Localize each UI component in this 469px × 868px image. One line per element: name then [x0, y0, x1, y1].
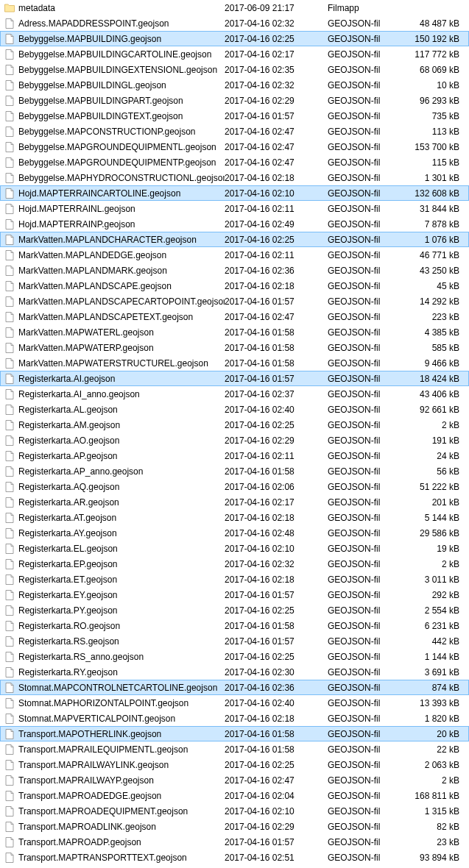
file-size: 292 kB [401, 590, 465, 600]
file-row[interactable]: Registerkarta.RY.geojson2017-04-16 02:30… [0, 664, 469, 680]
file-date: 2017-04-16 01:58 [225, 343, 328, 353]
file-row[interactable]: Bebyggelse.MAPHYDROCONSTRUCTIONL.geojson… [0, 170, 469, 185]
file-type: GEOJSON-fil [328, 482, 401, 492]
file-row[interactable]: Registerkarta.AI.geojson2017-04-16 01:57… [0, 371, 469, 386]
file-row[interactable]: Transport.MAPROADP.geojson2017-04-16 01:… [0, 834, 469, 850]
file-name: Transport.MAPROADEDGE.geojson [18, 791, 161, 801]
file-date: 2017-04-16 01:58 [225, 466, 328, 477]
file-row[interactable]: Bebyggelse.MAPGROUNDEQUIPMENTP.geojson20… [0, 154, 469, 170]
file-row[interactable]: Registerkarta.RS.geojson2017-04-16 01:57… [0, 633, 469, 649]
file-icon [4, 497, 15, 508]
file-type: GEOJSON-fil [328, 775, 401, 786]
file-row[interactable]: Registerkarta.AM.geojson2017-04-16 02:25… [0, 417, 469, 433]
file-icon [4, 744, 15, 755]
file-row[interactable]: Transport.MAPRAILWAYP.geojson2017-04-16 … [0, 772, 469, 788]
file-row[interactable]: MarkVatten.MAPLANDMARK.geojson2017-04-16… [0, 263, 469, 278]
file-date: 2017-04-16 01:58 [225, 621, 328, 631]
file-row[interactable]: Bebyggelse.MAPGROUNDEQUIPMENTL.geojson20… [0, 139, 469, 154]
file-type: GEOJSON-fil [328, 250, 401, 260]
file-row[interactable]: Transport.MAPROADLINK.geojson2017-04-16 … [0, 819, 469, 834]
file-row[interactable]: Bebyggelse.MAPBUILDINGPART.geojson2017-0… [0, 93, 469, 108]
file-row[interactable]: Bebyggelse.MAPBUILDINGCARTOLINE.geojson2… [0, 46, 469, 62]
file-row[interactable]: Registerkarta.AR.geojson2017-04-16 02:17… [0, 494, 469, 510]
file-size: 1 301 kB [401, 173, 465, 183]
file-row[interactable]: Registerkarta.AT.geojson2017-04-16 02:18… [0, 510, 469, 525]
file-name: Bebyggelse.MAPBUILDINGL.geojson [18, 80, 166, 90]
file-name: Registerkarta.EY.geojson [18, 590, 118, 600]
file-type: GEOJSON-fil [328, 142, 401, 152]
file-row[interactable]: MarkVatten.MAPWATERL.geojson2017-04-16 0… [0, 324, 469, 340]
file-type: GEOJSON-fil [328, 235, 401, 245]
file-row[interactable]: Transport.MAPRAILWAYLINK.geojson2017-04-… [0, 757, 469, 772]
file-name: Registerkarta.RO.geojson [18, 621, 120, 631]
file-row[interactable]: Hojd.MAPTERRAINCARTOLINE.geojson2017-04-… [0, 185, 469, 201]
file-date: 2017-04-16 02:47 [225, 127, 328, 137]
file-row[interactable]: MarkVatten.MAPWATERSTRUCTUREL.geojson201… [0, 355, 469, 371]
file-type: GEOJSON-fil [328, 621, 401, 631]
file-date: 2017-06-09 21:17 [225, 3, 328, 13]
file-row[interactable]: Registerkarta.AL.geojson2017-04-16 02:40… [0, 402, 469, 417]
file-type: GEOJSON-fil [328, 513, 401, 523]
file-row[interactable]: Hojd.MAPTERRAINP.geojson2017-04-16 02:49… [0, 216, 469, 232]
file-date: 2017-04-16 02:32 [225, 559, 328, 569]
file-size: 2 kB [401, 559, 465, 569]
file-row[interactable]: Registerkarta.RS_anno.geojson2017-04-16 … [0, 649, 469, 664]
file-size: 4 385 kB [401, 327, 465, 338]
file-row[interactable]: Bebyggelse.MAPBUILDING.geojson2017-04-16… [0, 31, 469, 46]
file-row[interactable]: Registerkarta.EY.geojson2017-04-16 01:57… [0, 587, 469, 602]
file-name: MarkVatten.MAPLANDMARK.geojson [18, 266, 167, 276]
file-row[interactable]: Registerkarta.AI_anno.geojson2017-04-16 … [0, 386, 469, 402]
file-row[interactable]: Transport.MAPOTHERLINK.geojson2017-04-16… [0, 726, 469, 741]
file-icon [4, 404, 15, 416]
file-row[interactable]: Registerkarta.AP.geojson2017-04-16 02:11… [0, 448, 469, 463]
file-row[interactable]: MarkVatten.MAPLANDEDGE.geojson2017-04-16… [0, 247, 469, 263]
file-type: GEOJSON-fil [328, 204, 401, 214]
file-row[interactable]: Hojd.MAPTERRAINL.geojson2017-04-16 02:11… [0, 201, 469, 216]
file-type: GEOJSON-fil [328, 435, 401, 446]
file-row[interactable]: Registerkarta.EP.geojson2017-04-16 02:32… [0, 556, 469, 572]
file-row[interactable]: MarkVatten.MAPLANDSCAPECARTOPOINT.geojso… [0, 294, 469, 309]
file-row[interactable]: Registerkarta.RO.geojson2017-04-16 01:58… [0, 618, 469, 633]
file-row[interactable]: Registerkarta.AQ.geojson2017-04-16 02:06… [0, 479, 469, 494]
file-row[interactable]: Registerkarta.EL.geojson2017-04-16 02:10… [0, 541, 469, 556]
file-date: 2017-04-16 01:57 [225, 590, 328, 600]
file-row[interactable]: Bebyggelse.MAPCONSTRUCTIONP.geojson2017-… [0, 124, 469, 139]
file-icon [4, 79, 15, 91]
file-row[interactable]: Registerkarta.ET.geojson2017-04-16 02:18… [0, 572, 469, 587]
file-size: 68 069 kB [401, 65, 465, 75]
file-type: GEOJSON-fil [328, 80, 401, 90]
file-row[interactable]: Transport.MAPROADEDGE.geojson2017-04-16 … [0, 788, 469, 803]
file-row[interactable]: MarkVatten.MAPLANDSCAPETEXT.geojson2017-… [0, 309, 469, 324]
file-date: 2017-04-16 02:32 [225, 80, 328, 90]
file-type: GEOJSON-fil [328, 744, 401, 755]
file-row[interactable]: Registerkarta.AO.geojson2017-04-16 02:29… [0, 433, 469, 448]
file-row[interactable]: Bebyggelse.MAPBUILDINGEXTENSIONL.geojson… [0, 62, 469, 77]
file-name: MarkVatten.MAPLANDCHARACTER.geojson [18, 235, 197, 245]
file-row[interactable]: Stomnat.MAPVERTICALPOINT.geojson2017-04-… [0, 711, 469, 726]
file-type: GEOJSON-fil [328, 49, 401, 60]
file-row[interactable]: Bebyggelse.MAPBUILDINGL.geojson2017-04-1… [0, 77, 469, 93]
file-row[interactable]: Registerkarta.AY.geojson2017-04-16 02:48… [0, 525, 469, 541]
file-row[interactable]: Stomnat.MAPCONTROLNETCARTOLINE.geojson20… [0, 680, 469, 695]
file-row[interactable]: Stomnat.MAPHORIZONTALPOINT.geojson2017-0… [0, 695, 469, 711]
file-row[interactable]: MarkVatten.MAPLANDCHARACTER.geojson2017-… [0, 232, 469, 247]
file-list[interactable]: metadata2017-06-09 21:17FilmappAdress.MA… [0, 0, 469, 865]
file-icon [4, 574, 15, 586]
file-size: 56 kB [401, 466, 465, 477]
file-name: Registerkarta.AL.geojson [18, 405, 118, 415]
file-row[interactable]: Adress.MAPADDRESSPOINT.geojson2017-04-16… [0, 15, 469, 31]
file-row[interactable]: Registerkarta.PY.geojson2017-04-16 02:25… [0, 602, 469, 618]
file-name: MarkVatten.MAPWATERL.geojson [18, 327, 154, 338]
file-name: Transport.MAPTRANSPORTTEXT.geojson [18, 853, 187, 863]
file-row[interactable]: MarkVatten.MAPLANDSCAPE.geojson2017-04-1… [0, 278, 469, 294]
file-name: Registerkarta.AI.geojson [18, 374, 115, 384]
file-row[interactable]: Transport.MAPTRANSPORTTEXT.geojson2017-0… [0, 850, 469, 865]
file-date: 2017-04-16 02:18 [225, 714, 328, 724]
file-row[interactable]: Transport.MAPROADEQUIPMENT.geojson2017-0… [0, 803, 469, 819]
file-row[interactable]: Transport.MAPRAILEQUIPMENTL.geojson2017-… [0, 741, 469, 757]
file-row[interactable]: Bebyggelse.MAPBUILDINGTEXT.geojson2017-0… [0, 108, 469, 124]
file-row[interactable]: MarkVatten.MAPWATERP.geojson2017-04-16 0… [0, 340, 469, 355]
file-row[interactable]: metadata2017-06-09 21:17Filmapp [0, 0, 469, 15]
file-size: 1 076 kB [401, 235, 465, 245]
file-row[interactable]: Registerkarta.AP_anno.geojson2017-04-16 … [0, 463, 469, 479]
